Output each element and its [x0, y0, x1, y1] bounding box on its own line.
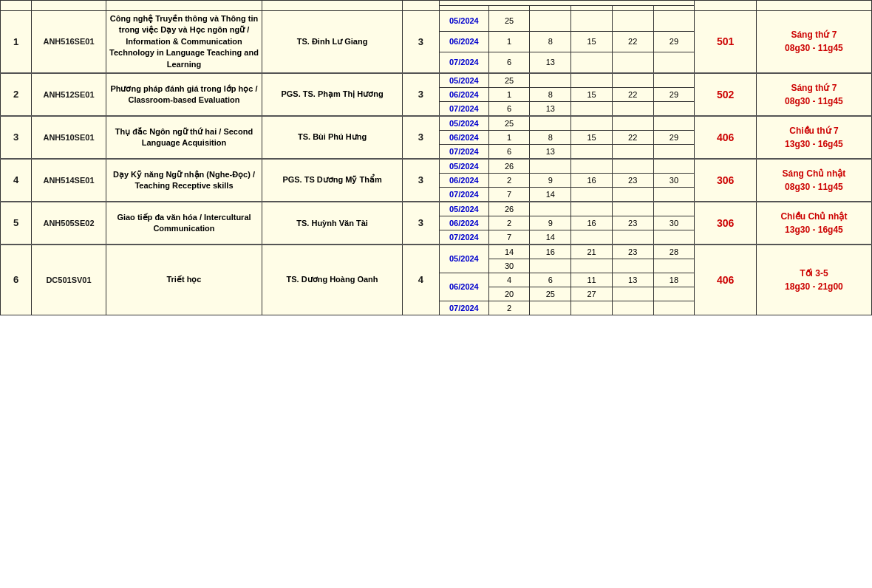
cell-ma: ANH510SE01: [32, 116, 106, 159]
cell-day: [530, 116, 571, 131]
header-thang: [439, 6, 488, 11]
cell-stt: 1: [1, 11, 32, 73]
cell-day: 29: [653, 130, 695, 144]
cell-day: 11: [571, 273, 613, 287]
cell-ma: ANH512SE01: [32, 73, 106, 116]
cell-mon: Phương pháp đánh giá trong lớp học / Cla…: [106, 73, 262, 116]
cell-month: 05/2024: [439, 11, 488, 32]
cell-tc: 3: [402, 159, 439, 202]
cell-day: [530, 259, 571, 273]
cell-day: [571, 116, 613, 131]
cell-day: [612, 259, 653, 273]
cell-stt: 6: [1, 245, 32, 315]
cell-day: [571, 144, 613, 159]
cell-day: 25: [488, 116, 530, 131]
cell-time: Chiều Chủ nhật13g30 - 16g45: [756, 202, 871, 245]
cell-room: 501: [695, 11, 757, 73]
cell-day: 16: [571, 173, 613, 187]
cell-gv: PGS. TS. Phạm Thị Hương: [262, 73, 402, 116]
cell-day: 1: [488, 31, 530, 52]
cell-day: [571, 11, 613, 32]
cell-time: Tối 3-518g30 - 21g00: [756, 245, 871, 315]
cell-day: 25: [530, 287, 571, 301]
cell-day: [530, 11, 571, 32]
cell-day: 26: [488, 202, 530, 216]
cell-day: [653, 301, 695, 315]
cell-day: 9: [530, 173, 571, 187]
cell-day: 25: [488, 11, 530, 32]
header-ngay-2: [530, 6, 571, 11]
cell-month: 07/2024: [439, 52, 488, 73]
cell-day: 13: [530, 144, 571, 159]
cell-mon: Công nghệ Truyền thông và Thông tin tron…: [106, 11, 262, 73]
cell-month: 06/2024: [439, 130, 488, 144]
header-tc: [402, 1, 439, 11]
cell-day: [653, 116, 695, 131]
cell-day: [612, 101, 653, 116]
cell-month: 05/2024: [439, 73, 488, 88]
cell-day: [653, 230, 695, 245]
cell-stt: 2: [1, 73, 32, 116]
cell-day: [653, 73, 695, 88]
cell-day: [571, 52, 613, 73]
cell-day: [653, 101, 695, 116]
cell-month: 07/2024: [439, 187, 488, 202]
cell-month: 07/2024: [439, 230, 488, 245]
schedule-table-wrapper: 1ANH516SE01Công nghệ Truyền thông và Thô…: [0, 0, 872, 315]
cell-day: 16: [571, 216, 613, 230]
cell-day: 20: [488, 287, 530, 301]
cell-room: 306: [695, 202, 757, 245]
cell-day: 1: [488, 87, 530, 101]
cell-day: [530, 159, 571, 174]
cell-day: [612, 159, 653, 174]
header-gv: [262, 1, 402, 11]
cell-day: 14: [488, 245, 530, 259]
cell-day: 2: [488, 301, 530, 315]
cell-room: 306: [695, 159, 757, 202]
cell-day: [530, 301, 571, 315]
cell-day: [653, 259, 695, 273]
cell-day: [653, 144, 695, 159]
cell-day: 6: [488, 101, 530, 116]
cell-gv: TS. Đinh Lư Giang: [262, 11, 402, 73]
cell-day: 13: [530, 101, 571, 116]
cell-day: 21: [571, 245, 613, 259]
cell-ma: ANH516SE01: [32, 11, 106, 73]
cell-time: Chiều thứ 713g30 - 16g45: [756, 116, 871, 159]
cell-room: 502: [695, 73, 757, 116]
cell-ma: ANH505SE02: [32, 202, 106, 245]
cell-time: Sáng Chủ nhật08g30 - 11g45: [756, 159, 871, 202]
cell-day: [571, 159, 613, 174]
cell-ma: ANH514SE01: [32, 159, 106, 202]
cell-day: [653, 187, 695, 202]
cell-day: [612, 187, 653, 202]
cell-day: [653, 52, 695, 73]
cell-day: 26: [488, 159, 530, 174]
table-body: 1ANH516SE01Công nghệ Truyền thông và Thô…: [1, 11, 872, 315]
cell-day: 13: [530, 52, 571, 73]
cell-day: 25: [488, 73, 530, 88]
cell-day: 15: [571, 87, 613, 101]
cell-stt: 3: [1, 116, 32, 159]
cell-day: 18: [653, 273, 695, 287]
cell-day: 13: [612, 273, 653, 287]
cell-time: Sáng thứ 708g30 - 11g45: [756, 73, 871, 116]
cell-stt: 5: [1, 202, 32, 245]
cell-gv: TS. Dương Hoàng Oanh: [262, 245, 402, 315]
cell-day: [571, 187, 613, 202]
cell-day: [612, 301, 653, 315]
cell-day: 9: [530, 216, 571, 230]
cell-stt: 4: [1, 159, 32, 202]
header-ngay-4: [612, 6, 653, 11]
cell-day: [612, 287, 653, 301]
cell-day: 14: [530, 230, 571, 245]
cell-month: 05/2024: [439, 116, 488, 131]
cell-month: 06/2024: [439, 87, 488, 101]
cell-month: 07/2024: [439, 144, 488, 159]
cell-day: [653, 202, 695, 216]
cell-day: [612, 52, 653, 73]
header-phong: [695, 1, 757, 11]
cell-day: 29: [653, 31, 695, 52]
cell-month: 05/2024: [439, 202, 488, 216]
cell-day: 2: [488, 216, 530, 230]
